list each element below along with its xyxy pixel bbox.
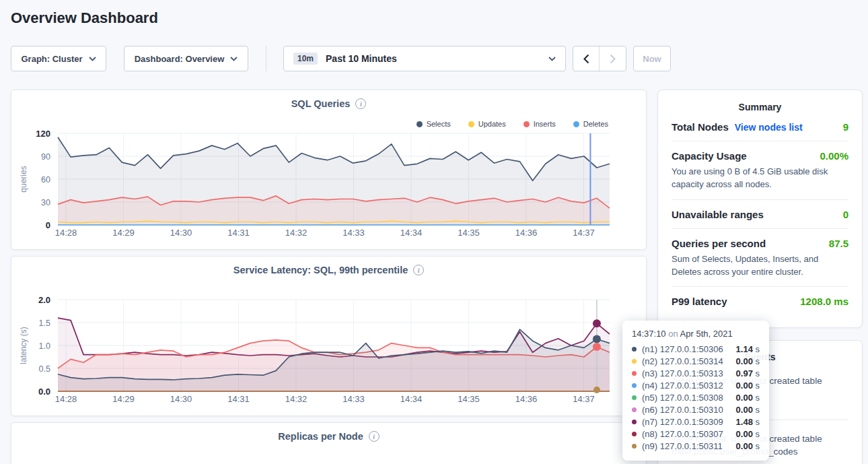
time-range-label: Past 10 Minutes	[326, 53, 397, 64]
svg-text:14:32: 14:32	[285, 228, 308, 238]
tooltip-node-row: (n5) 127.0.0.1:503080.00 s	[632, 391, 760, 403]
summary-metric-description: Sum of Selects, Updates, Inserts, and De…	[672, 253, 848, 279]
tooltip-node-row: (n4) 127.0.0.1:503120.00 s	[632, 379, 760, 391]
series-color-dot	[632, 407, 637, 412]
series-color-dot	[632, 383, 637, 388]
summary-row: Capacity Usage0.00%You are using 0 B of …	[672, 141, 848, 200]
toolbar-divider	[266, 46, 266, 71]
summary-metric-label: Queries per second	[672, 238, 766, 249]
svg-text:14:28: 14:28	[55, 394, 77, 404]
tooltip-node-row: (n7) 127.0.0.1:503091.48 s	[632, 416, 760, 428]
svg-text:2.0: 2.0	[38, 295, 50, 305]
svg-text:90: 90	[41, 152, 50, 162]
svg-text:60: 60	[41, 175, 50, 185]
summary-row: P99 latency1208.0 ms	[672, 287, 848, 315]
series-color-dot	[632, 444, 637, 449]
tooltip-node-value: 0.00 s	[736, 380, 760, 391]
service-latency-chart-card[interactable]: Service Latency: SQL, 99th percentilei0.…	[11, 256, 647, 416]
series-color-dot	[632, 371, 637, 376]
tooltip-node-value: 0.00 s	[736, 356, 760, 366]
svg-text:14:29: 14:29	[112, 228, 135, 238]
tooltip-node-value: 1.14 s	[736, 344, 760, 354]
tooltip-node-value: 0.00 s	[736, 429, 760, 439]
summary-row: Queries per second87.5Sum of Selects, Up…	[672, 229, 848, 288]
chart-title: Replicas per Node	[278, 431, 363, 442]
tooltip-node-row: (n6) 127.0.0.1:503100.00 s	[632, 403, 760, 416]
now-button[interactable]: Now	[633, 46, 671, 71]
tooltip-node-row: (n9) 127.0.0.1:503110.00 s	[632, 440, 760, 452]
chart-plot[interactable]: 030609012014:2814:2914:3014:3114:3214:33…	[11, 90, 647, 251]
time-step-buttons	[573, 46, 626, 71]
tooltip-node-label: (n2) 127.0.0.1:50314	[642, 356, 723, 366]
summary-metric-value: 0	[843, 209, 848, 220]
svg-text:14:29: 14:29	[112, 394, 135, 404]
svg-text:14:37: 14:37	[573, 394, 595, 404]
time-range-selector[interactable]: 10m Past 10 Minutes	[283, 46, 566, 71]
svg-text:14:34: 14:34	[400, 228, 423, 238]
y-axis-label: queries	[19, 166, 28, 192]
chart-plot[interactable]: 0.00.51.01.52.014:2814:2914:3014:3114:32…	[11, 257, 647, 417]
prev-range-button[interactable]	[573, 46, 600, 71]
svg-text:1.5: 1.5	[39, 319, 50, 328]
series-color-dot	[632, 347, 637, 352]
svg-text:14:32: 14:32	[285, 394, 308, 404]
tooltip-node-label: (n8) 127.0.0.1:50307	[642, 429, 723, 439]
tooltip-node-label: (n9) 127.0.0.1:50311	[642, 441, 723, 451]
summary-metric-label: Unavailable ranges	[672, 209, 764, 220]
tooltip-timestamp: 14:37:10 on Apr 5th, 2021	[632, 329, 760, 339]
summary-title: Summary	[672, 102, 848, 112]
svg-text:14:36: 14:36	[515, 228, 538, 238]
summary-metric-value: 1208.0 ms	[800, 296, 848, 307]
dashboard-dropdown-label: Dashboard: Overview	[135, 54, 225, 64]
svg-text:14:34: 14:34	[400, 394, 423, 404]
tooltip-node-row: (n3) 127.0.0.1:503130.97 s	[632, 367, 760, 379]
svg-text:14:31: 14:31	[227, 394, 250, 404]
info-icon[interactable]: i	[369, 431, 379, 442]
time-range-badge: 10m	[293, 53, 318, 65]
graph-dropdown[interactable]: Graph: Cluster	[11, 46, 106, 71]
series-color-dot	[632, 395, 637, 400]
tooltip-node-row: (n2) 127.0.0.1:503140.00 s	[632, 355, 760, 367]
tooltip-node-label: (n6) 127.0.0.1:50310	[642, 405, 723, 415]
chevron-left-icon	[583, 54, 589, 64]
svg-text:14:31: 14:31	[227, 228, 250, 238]
graph-dropdown-label: Graph: Cluster	[21, 54, 82, 64]
svg-text:0.0: 0.0	[38, 387, 50, 397]
summary-metric-label: Capacity Usage	[672, 150, 747, 162]
tooltip-node-label: (n4) 127.0.0.1:50312	[642, 380, 723, 391]
summary-metric-label: P99 latency	[672, 296, 727, 307]
svg-text:0.5: 0.5	[39, 364, 50, 374]
sql-queries-chart-card[interactable]: SQL QueriesiSelectsUpdatesInsertsDeletes…	[11, 90, 647, 250]
tooltip-node-value: 1.48 s	[736, 417, 760, 427]
hover-tooltip: 14:37:10 on Apr 5th, 2021 (n1) 127.0.0.1…	[622, 321, 769, 461]
chevron-right-icon	[610, 54, 616, 64]
svg-text:14:35: 14:35	[458, 394, 480, 404]
tooltip-node-label: (n5) 127.0.0.1:50308	[642, 393, 723, 403]
view-nodes-list-link[interactable]: View nodes list	[735, 122, 803, 133]
tooltip-node-row: (n8) 127.0.0.1:503070.00 s	[632, 428, 760, 440]
series-color-dot	[632, 359, 637, 364]
tooltip-node-value: 0.00 s	[736, 405, 760, 415]
replicas-per-node-chart-card[interactable]: Replicas per Nodei	[11, 422, 647, 464]
svg-text:120: 120	[36, 129, 50, 139]
svg-text:14:33: 14:33	[342, 394, 365, 404]
series-color-dot	[632, 420, 637, 424]
next-range-button[interactable]	[600, 46, 626, 71]
summary-row: Total NodesView nodes list9	[672, 112, 848, 141]
summary-metric-description: You are using 0 B of 4.5 GiB usable disk…	[672, 166, 848, 191]
svg-text:14:33: 14:33	[342, 228, 365, 238]
tooltip-node-label: (n3) 127.0.0.1:50313	[642, 368, 723, 378]
tooltip-node-row: (n1) 127.0.0.1:503061.14 s	[632, 343, 760, 355]
summary-metric-value: 9	[843, 121, 848, 133]
page-title: Overview Dashboard	[11, 9, 158, 27]
svg-text:14:36: 14:36	[515, 394, 538, 404]
chevron-down-icon	[89, 57, 96, 61]
dashboard-dropdown[interactable]: Dashboard: Overview	[124, 46, 248, 71]
series-color-dot	[632, 432, 637, 436]
tooltip-node-value: 0.00 s	[736, 441, 760, 451]
chevron-down-icon	[230, 57, 238, 61]
tooltip-node-label: (n1) 127.0.0.1:50306	[642, 344, 723, 354]
svg-text:14:28: 14:28	[55, 228, 77, 238]
svg-text:0: 0	[46, 220, 50, 230]
tooltip-node-label: (n7) 127.0.0.1:50309	[642, 417, 723, 427]
